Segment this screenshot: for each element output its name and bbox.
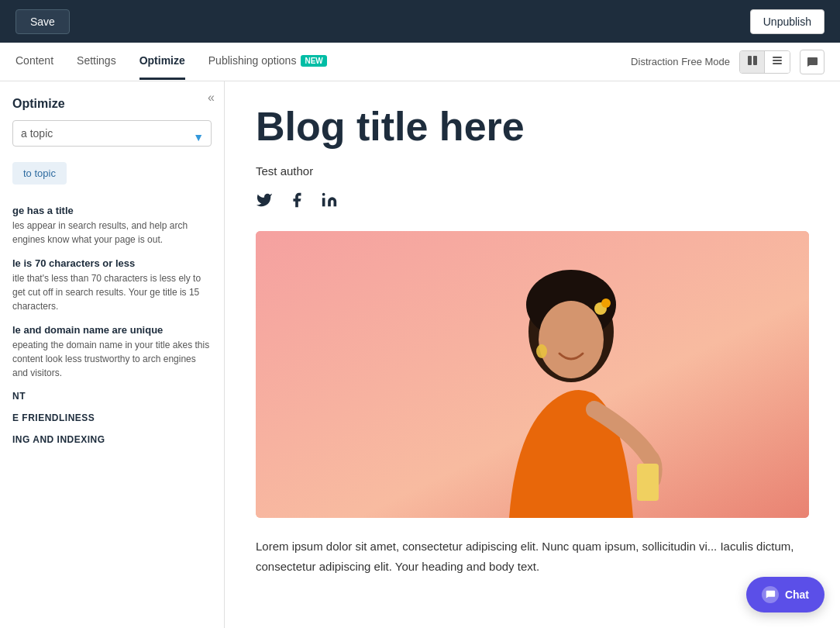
- tab-content[interactable]: Content: [15, 43, 53, 80]
- checklist-section: ge has a title les appear in search resu…: [12, 205, 212, 380]
- section-heading-nt: NT: [12, 391, 212, 402]
- blog-featured-image: [256, 231, 809, 518]
- unpublish-button[interactable]: Unpublish: [750, 9, 825, 34]
- tab-optimize[interactable]: Optimize: [139, 43, 185, 80]
- topic-select[interactable]: a topic: [12, 120, 212, 147]
- svg-rect-1: [753, 56, 757, 65]
- check-desc-1: les appear in search results, and help a…: [12, 219, 212, 247]
- svg-rect-0: [748, 56, 752, 65]
- twitter-icon[interactable]: [256, 192, 273, 212]
- svg-rect-10: [637, 464, 659, 501]
- check-desc-3: epeating the domain name in your title a…: [12, 338, 212, 380]
- chat-widget[interactable]: Chat: [746, 577, 825, 612]
- top-bar: Save Unpublish: [0, 0, 840, 43]
- save-button[interactable]: Save: [15, 9, 70, 34]
- distraction-free-label[interactable]: Distraction Free Mode: [631, 56, 730, 67]
- sidebar: « Optimize a topic ▼ to topic ge has a t…: [0, 81, 225, 628]
- author-name: Test author: [256, 164, 809, 178]
- svg-rect-3: [773, 60, 782, 61]
- svg-point-11: [536, 344, 547, 358]
- section-heading-friendliness: E FRIENDLINESS: [12, 412, 212, 423]
- social-icons: [256, 192, 809, 212]
- content-area: Blog title here Test author: [225, 81, 840, 628]
- new-badge: NEW: [301, 55, 326, 67]
- svg-rect-4: [773, 63, 782, 64]
- topic-dropdown-wrapper: a topic ▼: [12, 120, 212, 154]
- check-title-3: le and domain name are unique: [12, 324, 212, 336]
- sidebar-title: Optimize: [12, 97, 212, 111]
- chat-label: Chat: [785, 588, 809, 601]
- blog-body-text: Lorem ipsum dolor sit amet, consectetur …: [256, 537, 809, 576]
- facebook-icon[interactable]: [288, 192, 305, 212]
- sidebar-collapse-button[interactable]: «: [208, 91, 215, 105]
- toggle-view-2[interactable]: [765, 51, 790, 73]
- comment-icon-button[interactable]: [800, 50, 825, 74]
- main-layout: « Optimize a topic ▼ to topic ge has a t…: [0, 81, 840, 628]
- tab-settings[interactable]: Settings: [77, 43, 116, 80]
- blog-title: Blog title here: [256, 105, 809, 149]
- check-title-2: le is 70 characters or less: [12, 257, 212, 269]
- publishing-options-label: Publishing options: [208, 54, 297, 67]
- svg-rect-2: [773, 57, 782, 58]
- check-item-has-title: ge has a title les appear in search resu…: [12, 205, 212, 247]
- check-item-title-length: le is 70 characters or less itle that's …: [12, 257, 212, 313]
- svg-point-13: [601, 298, 611, 308]
- tab-publishing-options[interactable]: Publishing options NEW: [208, 43, 327, 80]
- svg-point-9: [539, 301, 604, 378]
- check-desc-2: itle that's less than 70 characters is l…: [12, 271, 212, 313]
- check-item-unique: le and domain name are unique epeating t…: [12, 324, 212, 380]
- linkedin-icon[interactable]: [321, 192, 338, 212]
- chat-bubble-icon: [762, 586, 779, 603]
- section-heading-indexing: ING AND INDEXING: [12, 434, 212, 445]
- check-title-1: ge has a title: [12, 205, 212, 216]
- nav-tabs: Content Settings Optimize Publishing opt…: [0, 43, 840, 81]
- add-to-topic-button[interactable]: to topic: [12, 162, 67, 185]
- svg-point-5: [322, 193, 325, 196]
- view-toggle-group: [739, 50, 790, 74]
- toggle-view-1[interactable]: [740, 51, 765, 73]
- nav-right: Distraction Free Mode: [631, 50, 825, 74]
